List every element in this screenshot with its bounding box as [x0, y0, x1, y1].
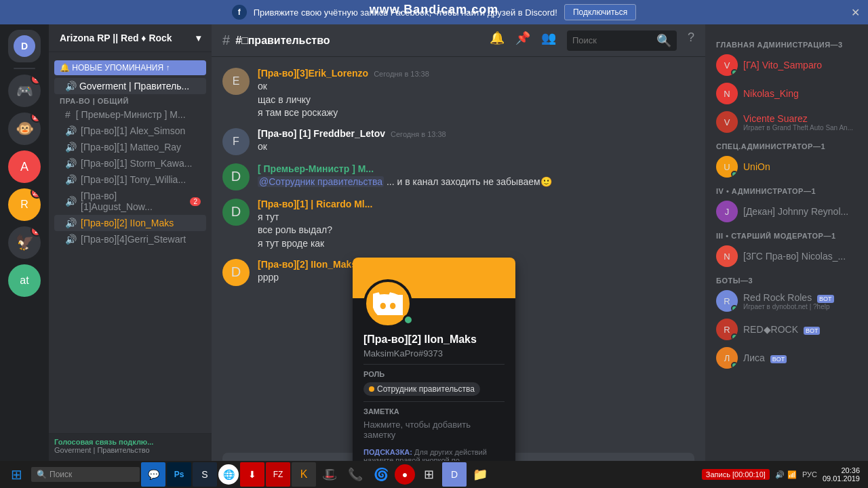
channel-item-storm[interactable]: 🔊 [Пра-во][1] Storm_Kawa...: [54, 155, 206, 171]
taskbar-search[interactable]: 🔍 Поиск: [31, 467, 140, 482]
channel-item-ilon[interactable]: 🔊 [Пра-во][2] IIon_Maks: [54, 215, 206, 231]
message-header: [Пра-во][1] | Ricardo Ml...: [258, 199, 694, 209]
table-row: D [ Премьер-Министр ] М... @Сотрудник пр…: [222, 163, 694, 190]
taskbar-app-photoshop[interactable]: Ps: [167, 462, 191, 487]
bot-badge: BOT: [817, 295, 834, 303]
list-item[interactable]: N [3ГС Пра-во] Nicolas_...: [711, 243, 863, 270]
role-name: Сотрудник правительства: [377, 384, 475, 394]
member-name: Vicente Suarez: [743, 113, 853, 124]
start-button[interactable]: ⊞: [3, 462, 30, 487]
message-text: щас в личку: [258, 94, 694, 107]
channel-item-august[interactable]: 🔊 [Пра-во][1]August_Now... 2: [54, 188, 206, 215]
volume-icon: 🔊: [775, 470, 785, 479]
server-icon-2[interactable]: 🐵 11: [8, 113, 41, 145]
message-author[interactable]: [Пра-во][3]Erik_Lorenzo: [258, 68, 368, 79]
taskbar-search-label: Поиск: [50, 470, 72, 479]
taskbar-app-filezilla[interactable]: FZ: [266, 462, 290, 487]
avatar: J: [716, 201, 738, 222]
clock: 20:36: [823, 466, 860, 474]
taskbar-app-record[interactable]: ●: [395, 464, 415, 485]
list-item[interactable]: V [ГА] Vito_Samparo: [711, 52, 863, 79]
search-box[interactable]: 🔍: [567, 30, 677, 51]
taskbar-app-steam[interactable]: S: [193, 462, 217, 487]
channel-item-tony[interactable]: 🔊 [Пра-во][1] Tony_Willia...: [54, 171, 206, 188]
taskbar-app-phone[interactable]: 📞: [343, 462, 368, 487]
bell-icon[interactable]: 🔔: [490, 30, 505, 51]
channel-item-gerri[interactable]: 🔊 [Пра-во][4]Gerri_Stewart: [54, 231, 206, 247]
message-author[interactable]: [ Премьер-Министр ] М...: [258, 163, 374, 174]
member-name: [ГА] Vito_Samparo: [743, 60, 822, 70]
taskbar-app-chrome[interactable]: 🌐: [218, 464, 239, 485]
avatar: E: [222, 68, 250, 95]
server-icon-5[interactable]: 🦅 2: [8, 226, 41, 259]
banner-close-button[interactable]: ✕: [851, 6, 860, 19]
members-sidebar: ГЛАВНАЯ АДМИНИСТРАЦИЯ—3 V [ГА] Vito_Samp…: [705, 24, 868, 488]
taskbar-app-discord[interactable]: D: [442, 462, 467, 487]
server-icon-3[interactable]: A: [8, 150, 41, 183]
notifications-item[interactable]: 🔔 НОВЫЕ УПОМИНАНИЯ ↑: [54, 60, 206, 75]
taskbar-app-download[interactable]: ⬇: [240, 462, 264, 487]
avatar: N: [716, 245, 738, 267]
recording-label: Запись [00:00:10]: [706, 470, 766, 479]
server-header[interactable]: Arizona RP || Red ♦ Rock ▾: [49, 24, 212, 52]
message-author[interactable]: [Пра-во][2] IIon_Maks: [258, 259, 357, 270]
avatar: R: [716, 319, 738, 340]
taskbar-app-k[interactable]: K: [292, 462, 316, 487]
list-item[interactable]: V Vicente Suarez Играет в Grand Theft Au…: [711, 108, 863, 136]
popup-username: [Пра-во][2] IIon_Maks: [353, 328, 515, 348]
taskbar-app-grid[interactable]: ⊞: [416, 462, 441, 487]
channel-item-premier[interactable]: # [ Премьер-Министр ] М...: [54, 106, 206, 123]
date: 09.01.2019: [823, 474, 860, 483]
channel-label: [Пра-во][1] Tony_Willia...: [81, 174, 186, 185]
avatar: D: [222, 199, 250, 226]
member-name: [3ГС Пра-во] Nicolas_...: [743, 251, 846, 262]
voice-icon: 🔊: [65, 142, 77, 152]
taskbar-app-explorer[interactable]: 📁: [468, 462, 492, 487]
connect-button[interactable]: Подключиться: [564, 4, 636, 20]
search-input[interactable]: [572, 35, 654, 45]
voice-icon: 🔊: [65, 158, 77, 169]
taskbar-cortana[interactable]: 💬: [141, 462, 165, 487]
list-item[interactable]: R RED◆ROCK BOT: [711, 316, 863, 343]
lang-indicator: РУС: [802, 470, 817, 479]
help-icon[interactable]: ?: [688, 30, 694, 51]
hash-icon: #: [65, 109, 71, 120]
server-icon-4[interactable]: R 22: [8, 188, 41, 221]
taskbar-right: Запись [00:00:10] 🔊 📶 РУС 20:36 09.01.20…: [702, 466, 865, 483]
server-icon-discord[interactable]: D: [8, 30, 41, 62]
popup-avatar-wrap: [353, 279, 515, 328]
avatar: V: [716, 54, 738, 76]
list-item[interactable]: N Nikolas_King: [711, 80, 863, 107]
message-author[interactable]: [Пра-во][1] | Ricardo Ml...: [258, 199, 372, 209]
list-item[interactable]: R Red Rock Roles BOT Играет в dynobot.ne…: [711, 287, 863, 314]
top-banner: f Привяжите свою учётную запись Facebook…: [0, 0, 868, 24]
list-item[interactable]: U UniOn: [711, 153, 863, 180]
server-icon-6[interactable]: at: [8, 264, 41, 297]
channel-item-alex[interactable]: 🔊 [Пра-во][1] Alex_Simson: [54, 123, 206, 139]
taskbar-app-hat[interactable]: 🎩: [317, 462, 342, 487]
taskbar-app-browser[interactable]: 🌀: [369, 462, 393, 487]
search-icon: 🔍: [37, 470, 47, 479]
channel-hash-icon: #: [222, 33, 230, 48]
message-text: я там все роскажу: [258, 106, 694, 120]
avatar: V: [716, 111, 738, 133]
message-author[interactable]: [Пра-во] [1] Freddber_Letov: [258, 128, 385, 139]
discord-logo: D: [14, 35, 35, 57]
members-icon[interactable]: 👥: [541, 30, 556, 51]
server-icon-1[interactable]: 🎮 4: [8, 75, 41, 107]
chevron-down-icon: ▾: [196, 33, 201, 43]
voice-icon: 🔊: [65, 218, 77, 228]
channel-label: [ Премьер-Министр ] М...: [76, 109, 186, 120]
facebook-icon: f: [232, 5, 247, 20]
pin-icon[interactable]: 📌: [515, 30, 530, 51]
channel-item-goverment[interactable]: 🔊 Goverment | Правитель...: [54, 78, 206, 94]
recording-indicator: Запись [00:00:10]: [702, 469, 770, 480]
list-item[interactable]: Л Лиса BOT: [711, 344, 863, 371]
channel-item-matteo[interactable]: 🔊 [Пра-во][1] Matteo_Ray: [54, 139, 206, 155]
popup-note[interactable]: Нажмите, чтобы добавить заметку: [363, 420, 505, 440]
online-dot: [403, 314, 414, 325]
member-name: UniOn: [743, 161, 770, 172]
list-item[interactable]: J [Декан] Johnny Reynol...: [711, 198, 863, 225]
message-text: все роль выдал?: [258, 224, 694, 237]
online-indicator: [731, 305, 738, 312]
